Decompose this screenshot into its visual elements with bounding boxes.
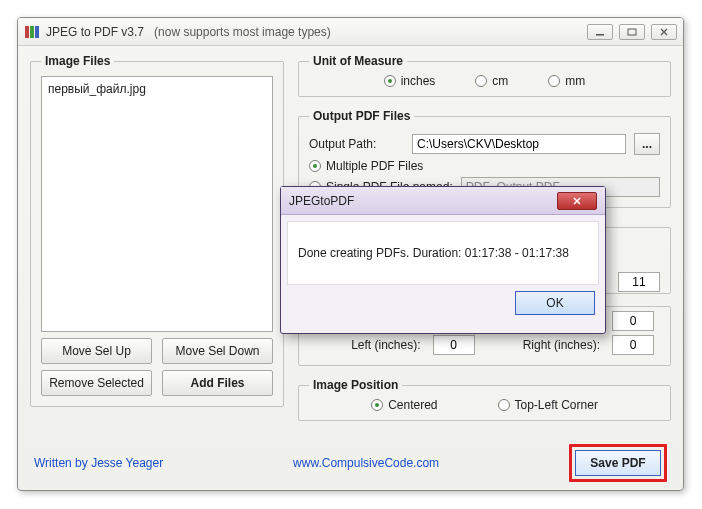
output-path-label: Output Path:	[309, 137, 404, 151]
svg-rect-1	[30, 26, 34, 38]
svg-rect-0	[25, 26, 29, 38]
titlebar: JPEG to PDF v3.7 (now supports most imag…	[18, 18, 683, 46]
unit-legend: Unit of Measure	[309, 54, 407, 68]
position-topleft-radio[interactable]: Top-Left Corner	[498, 398, 598, 412]
app-title: JPEG to PDF v3.7	[46, 25, 144, 39]
margin-right-input[interactable]	[612, 335, 654, 355]
unit-cm-radio[interactable]: cm	[475, 74, 508, 88]
svg-rect-4	[628, 29, 636, 35]
minimize-icon	[595, 28, 605, 36]
footer: Written by Jesse Yeager www.CompulsiveCo…	[30, 444, 671, 484]
window-controls	[587, 24, 677, 40]
list-item[interactable]: первый_файл.jpg	[48, 81, 266, 97]
move-up-button[interactable]: Move Sel Up	[41, 338, 152, 364]
radio-icon	[498, 399, 510, 411]
position-centered-label: Centered	[388, 398, 437, 412]
minimize-button[interactable]	[587, 24, 613, 40]
close-icon	[659, 28, 669, 36]
page-height-input[interactable]	[618, 272, 660, 292]
dialog-titlebar: JPEGtoPDF	[281, 187, 605, 215]
image-files-group: Image Files первый_файл.jpg Move Sel Up …	[30, 54, 284, 407]
output-legend: Output PDF Files	[309, 109, 414, 123]
dialog-title: JPEGtoPDF	[289, 194, 354, 208]
margin-bottom-input[interactable]	[612, 311, 654, 331]
position-topleft-label: Top-Left Corner	[515, 398, 598, 412]
dialog-ok-button[interactable]: OK	[515, 291, 595, 315]
app-icon	[24, 24, 40, 40]
site-link[interactable]: www.CompulsiveCode.com	[293, 456, 439, 470]
save-highlight: Save PDF	[569, 444, 667, 482]
margin-left-label: Left (inches):	[309, 338, 425, 352]
position-centered-radio[interactable]: Centered	[371, 398, 437, 412]
move-down-button[interactable]: Move Sel Down	[162, 338, 273, 364]
unit-mm-radio[interactable]: mm	[548, 74, 585, 88]
unit-group: Unit of Measure inches cm mm	[298, 54, 671, 97]
done-dialog: JPEGtoPDF Done creating PDFs. Duration: …	[280, 186, 606, 334]
remove-selected-button[interactable]: Remove Selected	[41, 370, 152, 396]
output-path-input[interactable]	[412, 134, 626, 154]
browse-button[interactable]: ...	[634, 133, 660, 155]
radio-icon	[475, 75, 487, 87]
radio-icon	[384, 75, 396, 87]
margin-right-label: Right (inches):	[489, 338, 605, 352]
unit-inches-label: inches	[401, 74, 436, 88]
margin-left-input[interactable]	[433, 335, 475, 355]
unit-inches-radio[interactable]: inches	[384, 74, 436, 88]
maximize-button[interactable]	[619, 24, 645, 40]
unit-mm-label: mm	[565, 74, 585, 88]
close-button[interactable]	[651, 24, 677, 40]
svg-rect-2	[35, 26, 39, 38]
maximize-icon	[627, 28, 637, 36]
author-link[interactable]: Written by Jesse Yeager	[34, 456, 163, 470]
image-position-legend: Image Position	[309, 378, 402, 392]
multiple-pdf-radio[interactable]: Multiple PDF Files	[309, 159, 423, 173]
close-icon	[572, 197, 582, 205]
image-files-list[interactable]: первый_файл.jpg	[41, 76, 273, 332]
radio-icon	[371, 399, 383, 411]
dialog-body: Done creating PDFs. Duration: 01:17:38 -…	[287, 221, 599, 285]
dialog-message: Done creating PDFs. Duration: 01:17:38 -…	[298, 246, 569, 260]
dialog-close-button[interactable]	[557, 192, 597, 210]
radio-icon	[309, 160, 321, 172]
save-pdf-button[interactable]: Save PDF	[575, 450, 661, 476]
image-files-legend: Image Files	[41, 54, 114, 68]
unit-cm-label: cm	[492, 74, 508, 88]
app-subtitle: (now supports most image types)	[154, 25, 331, 39]
multiple-pdf-label: Multiple PDF Files	[326, 159, 423, 173]
add-files-button[interactable]: Add Files	[162, 370, 273, 396]
image-position-group: Image Position Centered Top-Left Corner	[298, 378, 671, 421]
radio-icon	[548, 75, 560, 87]
svg-rect-3	[596, 34, 604, 36]
